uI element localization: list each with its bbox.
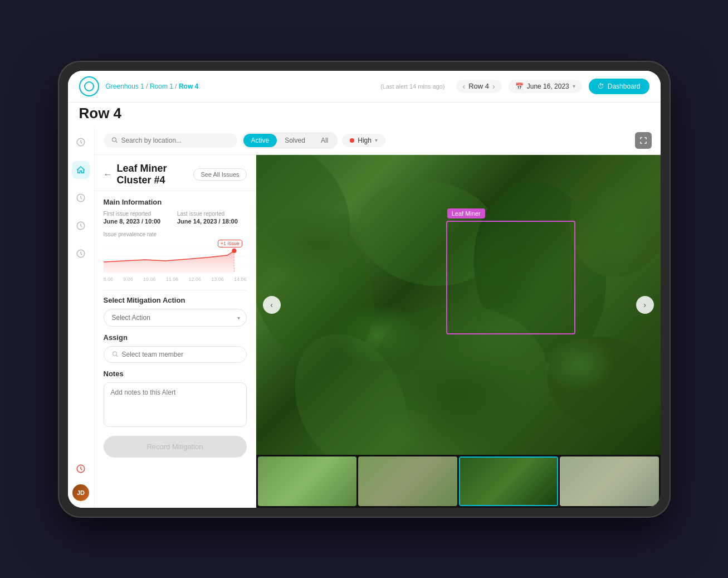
last-issue-cell: Last issue reported June 14, 2023 / 18:0… (177, 211, 247, 225)
record-mitigation-button[interactable]: Record Mitigation (104, 436, 247, 458)
chart-area: +1 issue (104, 240, 247, 284)
assign-search[interactable] (104, 346, 247, 363)
row-navigator[interactable]: ‹ Row 4 › (456, 80, 502, 93)
thumbnail-2[interactable] (358, 456, 457, 506)
info-grid: First issue reported June 8, 2023 / 10:0… (104, 211, 247, 225)
chart-annotation: +1 issue (218, 240, 242, 247)
svg-point-12 (113, 352, 116, 356)
chart-x-labels: 8.069.0610.0611.0612.0613.0614.06 (104, 276, 247, 282)
main-info-label: Main Information (104, 198, 247, 206)
thumbnail-4[interactable] (560, 456, 659, 506)
dashboard-button[interactable]: ⏱ Dashboard (589, 79, 649, 94)
content-area: Active Solved All High ▾ (95, 127, 661, 508)
sidebar-item-time3[interactable] (72, 217, 90, 235)
left-panel: ← Leaf Miner Cluster #4 See All Issues M… (95, 155, 256, 508)
svg-line-6 (115, 141, 116, 142)
detail-panel: ← Leaf Miner Cluster #4 See All Issues M… (95, 155, 661, 508)
date-picker[interactable]: 📅 June 16, 2023 ▾ (509, 80, 582, 93)
thumbnail-3[interactable] (459, 456, 558, 506)
main-image: Leaf Miner ‹ › (256, 155, 661, 455)
assign-search-icon (112, 351, 119, 358)
back-button[interactable]: ← (104, 169, 113, 179)
sidebar-item-time4[interactable] (72, 245, 90, 263)
first-issue-cell: First issue reported June 8, 2023 / 10:0… (104, 211, 173, 225)
search-icon (111, 137, 118, 144)
top-bar: Greenhous 1 / Room 1 / Row 4 (Last alert… (68, 71, 661, 103)
breadcrumb: Greenhous 1 / Room 1 / Row 4 (106, 82, 374, 90)
row-nav-label: Row 4 (468, 82, 489, 90)
plant-background: Leaf Miner (256, 155, 661, 455)
tab-active[interactable]: Active (243, 134, 277, 147)
prevalence-label: Issue prevalence rate (104, 231, 247, 237)
sidebar-item-home[interactable] (72, 161, 90, 179)
notes-label: Notes (104, 370, 247, 378)
sidebar-item-time1[interactable] (72, 133, 90, 151)
page-title: Row 4 (79, 105, 649, 122)
calendar-icon: 📅 (515, 82, 524, 90)
last-issue-label: Last issue reported (177, 211, 247, 217)
dashboard-icon: ⏱ (598, 82, 604, 90)
logo[interactable] (79, 76, 99, 96)
mitigation-select[interactable]: Select Action Spray pesticide Manual rem… (104, 309, 247, 327)
assign-input[interactable] (121, 351, 238, 358)
prev-row-arrow[interactable]: ‹ (463, 82, 466, 91)
see-all-issues-button[interactable]: See All Issues (193, 168, 246, 181)
chevron-down-icon: ▾ (573, 83, 575, 89)
search-box[interactable] (104, 133, 237, 148)
notes-textarea[interactable] (104, 382, 247, 427)
thumbnail-strip (256, 455, 661, 508)
tab-solved[interactable]: Solved (277, 134, 313, 147)
sidebar-item-time2[interactable] (72, 189, 90, 207)
page-title-row: Row 4 (68, 103, 661, 127)
filter-tabs: Active Solved All (242, 132, 338, 149)
cluster-title: Leaf Miner Cluster #4 (117, 163, 189, 186)
severity-label: High (358, 137, 372, 144)
last-issue-value: June 14, 2023 / 18:00 (177, 218, 247, 225)
avatar[interactable]: JD (72, 484, 89, 501)
panel-body: Main Information First issue reported Ju… (95, 191, 256, 508)
svg-point-11 (232, 249, 236, 253)
mitigation-label: Select Mitigation Action (104, 296, 247, 304)
panel-header: ← Leaf Miner Cluster #4 See All Issues (95, 155, 256, 191)
chevron-down-icon: ▾ (375, 137, 378, 143)
svg-line-13 (116, 355, 117, 356)
filter-bar: Active Solved All High ▾ (95, 127, 661, 155)
expand-button[interactable] (635, 132, 652, 149)
search-input[interactable] (121, 137, 229, 144)
select-wrapper[interactable]: Select Action Spray pesticide Manual rem… (104, 309, 247, 327)
next-image-button[interactable]: › (636, 296, 654, 314)
first-issue-label: First issue reported (104, 211, 173, 217)
date-label: June 16, 2023 (527, 82, 569, 90)
prev-image-button[interactable]: ‹ (263, 296, 281, 314)
thumbnail-1[interactable] (258, 456, 357, 506)
notification-icon[interactable] (72, 460, 90, 478)
severity-dot (350, 138, 354, 143)
assign-label: Assign (104, 333, 247, 342)
svg-point-5 (112, 138, 116, 142)
severity-filter[interactable]: High ▾ (342, 134, 385, 147)
detection-label: Leaf Miner (447, 208, 485, 218)
detection-box: Leaf Miner (446, 221, 575, 334)
sidebar: JD (68, 127, 95, 508)
next-row-arrow[interactable]: › (492, 82, 495, 91)
first-issue-value: June 8, 2023 / 10:00 (104, 218, 173, 225)
image-panel: Leaf Miner ‹ › (256, 155, 661, 508)
tab-all[interactable]: All (313, 134, 336, 147)
logo-inner (84, 81, 94, 91)
last-alert: (Last alert 14 mins ago) (380, 83, 445, 90)
